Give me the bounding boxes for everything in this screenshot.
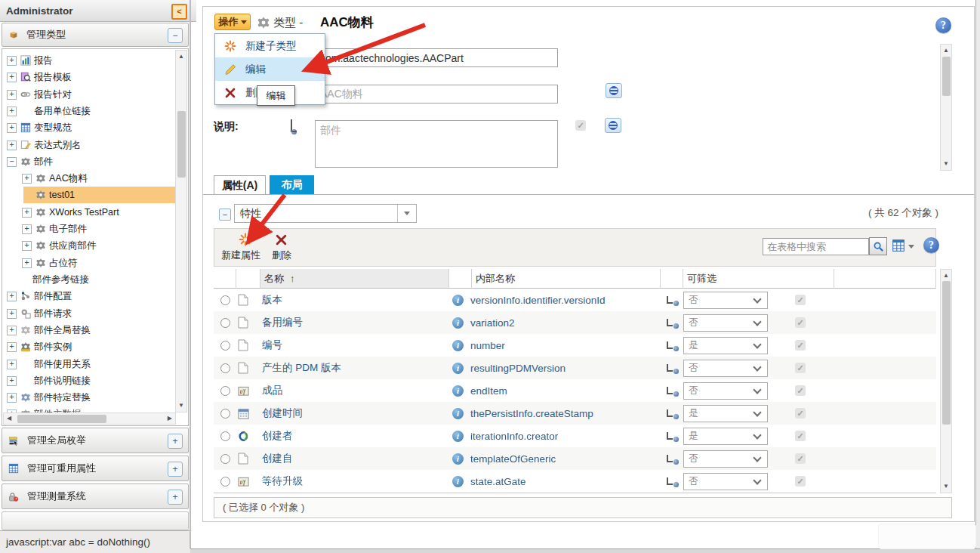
tree-item-part[interactable]: − 部件 [2, 153, 173, 170]
tree-item-report-template[interactable]: + 报告模板 [2, 69, 173, 85]
tree-item-part-instance[interactable]: + 部件实例 [2, 338, 173, 355]
filterable-select[interactable]: 否 [683, 473, 768, 490]
attr-name[interactable]: 备用编号 [262, 311, 303, 334]
scroll-thumb[interactable] [17, 415, 106, 423]
expand-icon[interactable]: + [7, 90, 17, 100]
expand-section-button[interactable]: + [168, 434, 183, 449]
expand-icon[interactable]: + [22, 224, 32, 234]
tree-item-alt-unit-link[interactable]: + 备用单位链接 [2, 103, 173, 119]
expand-icon[interactable]: + [22, 241, 32, 251]
table-help-icon[interactable]: ? [923, 237, 939, 253]
expand-icon[interactable]: + [7, 309, 17, 319]
menu-item-edit[interactable]: 编辑 [215, 57, 325, 81]
attr-internal-name[interactable]: state.atGate [470, 470, 526, 493]
description-textarea[interactable]: 部件 [315, 120, 558, 168]
expand-icon[interactable]: + [7, 376, 17, 386]
attr-internal-name[interactable]: endItem [470, 379, 507, 402]
expand-icon[interactable]: + [7, 56, 17, 66]
tree-item-part-global-substitute[interactable]: + 部件全局替换 [2, 322, 173, 338]
internal-name-field[interactable]: com.aactechnologies.AACPart [315, 48, 558, 67]
scroll-thumb[interactable] [177, 111, 186, 178]
collapse-section-button[interactable]: − [168, 28, 183, 43]
attr-name[interactable]: 版本 [262, 289, 282, 311]
tree-item-expression-alias[interactable]: + 表达式别名 [2, 137, 173, 153]
row-radio[interactable] [220, 477, 230, 487]
tree-item-report[interactable]: + 报告 [2, 52, 173, 69]
delete-attribute-icon[interactable] [275, 233, 288, 246]
row-checkbox-checked-disabled[interactable]: ✓ [795, 385, 806, 396]
collapse-group-button[interactable]: − [219, 209, 231, 221]
info-icon[interactable]: i [452, 385, 464, 397]
localized-text-icon[interactable] [605, 118, 621, 133]
form-vertical-scrollbar[interactable]: ▲ ▼ [940, 44, 952, 171]
attr-name[interactable]: 创建自 [262, 447, 293, 470]
row-radio[interactable] [220, 386, 230, 396]
tree-item-part-usage-link[interactable]: + 部件使用关系 [2, 356, 173, 372]
attr-name[interactable]: 创建时间 [262, 402, 303, 425]
expand-icon[interactable]: + [22, 208, 32, 218]
expand-section-button[interactable]: + [168, 462, 183, 477]
attribute-row[interactable]: 创建时间 i thePersistInfo.createStamp 是 ✓ [214, 402, 936, 425]
sidebar-collapse-button[interactable]: < [171, 4, 187, 20]
info-icon[interactable]: i [452, 476, 464, 487]
tree-item-test01-selected[interactable]: test01 [23, 187, 177, 203]
help-icon[interactable]: ? [935, 17, 951, 33]
row-radio[interactable] [220, 363, 230, 373]
scroll-thumb[interactable] [942, 57, 951, 96]
expand-icon[interactable]: + [7, 73, 17, 82]
menu-item-new-subtype[interactable]: 新建子类型 [215, 34, 325, 57]
scroll-left-arrow[interactable]: ◀ [7, 415, 11, 422]
row-checkbox-checked-disabled[interactable]: ✓ [795, 408, 806, 419]
attr-name[interactable]: 编号 [262, 334, 282, 357]
attr-internal-name[interactable]: templateOfGeneric [470, 447, 556, 470]
attribute-row[interactable]: 产生的 PDM 版本 i resultingPDMVersion 否 ✓ [214, 357, 936, 379]
attribute-row[interactable]: 创建自 i templateOfGeneric 否 ✓ [214, 447, 936, 470]
row-radio[interactable] [220, 295, 230, 305]
section-manage-measurement-system[interactable]: 管理测量系统 + [2, 483, 189, 509]
filterable-select[interactable]: 否 [683, 382, 768, 400]
table-vertical-scrollbar[interactable]: ▲ ▼ [940, 269, 952, 493]
info-icon[interactable]: i [452, 317, 464, 329]
filterable-select[interactable]: 是 [683, 428, 768, 445]
filterable-select[interactable]: 是 [683, 405, 768, 422]
filterable-select[interactable]: 否 [683, 450, 768, 468]
attribute-row[interactable]: 创建者 i iterationInfo.creator 是 ✓ [214, 425, 936, 447]
row-checkbox-checked-disabled[interactable]: ✓ [795, 340, 806, 351]
row-checkbox-checked-disabled[interactable]: ✓ [795, 453, 806, 464]
tree-item-supplier-part[interactable]: + 供应商部件 [2, 237, 173, 254]
row-checkbox-checked-disabled[interactable]: ✓ [795, 476, 806, 487]
sidebar-divider[interactable] [190, 0, 191, 548]
expand-icon[interactable]: + [7, 123, 17, 133]
info-icon[interactable]: i [452, 431, 464, 442]
info-icon[interactable]: i [452, 340, 464, 351]
section-manage-reusable-attributes[interactable]: 管理可重用属性 + [2, 456, 189, 481]
tree-item-variant-spec[interactable]: + 变型规范 [2, 119, 173, 136]
tree-vertical-scrollbar[interactable]: ▲ ▼ [175, 50, 187, 412]
attr-internal-name[interactable]: versionInfo.identifier.versionId [470, 289, 606, 311]
display-name-field[interactable]: AAC物料 [315, 85, 558, 103]
header-filterable-column[interactable]: 可筛选 [683, 269, 834, 289]
info-icon[interactable]: i [452, 363, 464, 374]
tree-item-report-link[interactable]: + 报告针对 [2, 86, 173, 103]
row-radio[interactable] [220, 318, 230, 328]
expand-icon[interactable]: + [7, 326, 17, 335]
tree-item-part-description-link[interactable]: + 部件说明链接 [2, 372, 173, 389]
row-radio[interactable] [220, 409, 230, 419]
section-manage-types[interactable]: 管理类型 − [2, 23, 189, 47]
expand-icon[interactable]: + [7, 141, 17, 150]
tree-item-xworks-testpart[interactable]: + XWorks TestPart [2, 204, 173, 221]
expand-icon[interactable]: + [22, 174, 32, 184]
scroll-up-arrow[interactable]: ▲ [941, 271, 951, 280]
localized-text-icon[interactable] [606, 83, 622, 98]
tree-item-part-request[interactable]: + 部件请求 [2, 305, 173, 322]
info-icon[interactable]: i [452, 408, 464, 419]
tree-item-part-configuration[interactable]: + 部件配置 [2, 288, 173, 304]
expand-icon[interactable]: + [7, 292, 17, 301]
new-attribute-icon[interactable] [239, 233, 252, 246]
expand-icon[interactable]: + [7, 342, 17, 352]
tree-horizontal-scrollbar[interactable]: ◀ ▶ [3, 412, 176, 425]
row-radio[interactable] [220, 454, 230, 464]
tree-item-placeholder[interactable]: + 占位符 [2, 255, 173, 271]
tab-attributes[interactable]: 属性(A) [214, 175, 266, 195]
expand-section-button[interactable]: + [168, 490, 183, 505]
